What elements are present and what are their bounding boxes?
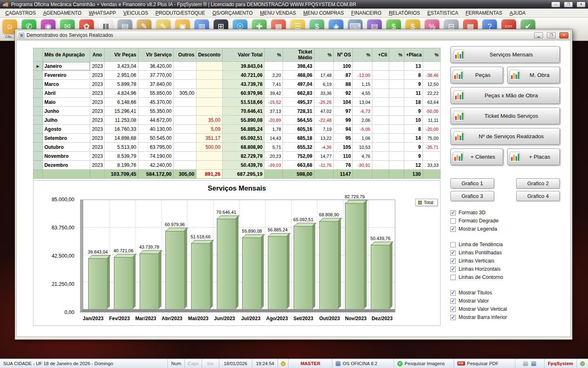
- table-row[interactable]: Marco20235.899,7837.840,0043.739,787,414…: [33, 80, 441, 89]
- menu-item[interactable]: ESTATISTICA: [424, 9, 462, 17]
- column-header[interactable]: Vlr Peças: [105, 48, 138, 62]
- column-header[interactable]: +Cli: [372, 48, 389, 62]
- column-header[interactable]: Mês de Apuração: [42, 48, 90, 62]
- menu-item[interactable]: WHATSAPP: [85, 9, 120, 17]
- table-cell: 44.672,00: [138, 116, 174, 125]
- status-end-indicator: [577, 359, 588, 368]
- table-cell: -35,71: [423, 143, 440, 152]
- checkbox-box: ✓: [450, 267, 456, 272]
- column-header[interactable]: %: [353, 48, 372, 62]
- grafico-3-button[interactable]: Grafico 3: [450, 191, 494, 201]
- checkbox-formato-degrade[interactable]: Formato Degrade: [450, 217, 560, 225]
- column-header[interactable]: Desconto: [196, 48, 222, 62]
- grafico-1-button[interactable]: Grafico 1: [450, 178, 494, 188]
- mdi-restore-button[interactable]: ❐: [547, 32, 556, 38]
- pecas-x-mao-de-obra-button[interactable]: Peças x Mão de Obra: [450, 87, 560, 104]
- table-row[interactable]: Fevereiro20232.951,0637.770,0040.721,062…: [33, 71, 441, 80]
- menu-item[interactable]: MENU VENDAS: [256, 9, 300, 17]
- table-row[interactable]: Setembro202314.898,6850.545,00351,1765.0…: [33, 134, 441, 143]
- menu-item[interactable]: FINANCEIRO: [347, 9, 385, 17]
- table-cell: -20,89: [264, 116, 283, 125]
- close-button[interactable]: ✕: [577, 2, 586, 7]
- checkbox-mostrar-valor[interactable]: ✓Mostrar Valor: [450, 297, 560, 305]
- chart-bar: 39.843,04: [88, 258, 107, 309]
- column-header[interactable]: Valor Total: [222, 48, 264, 62]
- column-header[interactable]: %: [314, 48, 333, 62]
- monitor-icon[interactable]: [531, 361, 536, 366]
- checkbox-formato-3d[interactable]: ✓Formato 3D: [450, 209, 560, 217]
- search-images-button[interactable]: ✆ Pesquisar Imagens: [394, 359, 454, 368]
- grafico-4-button[interactable]: Grafico 4: [516, 191, 560, 201]
- menu-item[interactable]: PRODUTO/ESTOQUE: [152, 9, 209, 17]
- mdi-titlebar[interactable]: ▦ Demonstrativo dos Serviços Realizados …: [16, 31, 571, 40]
- column-header[interactable]: Nº OS: [334, 48, 353, 62]
- checkbox-label: Formato Degrade: [459, 218, 499, 224]
- menu-item[interactable]: RELATÓRIOS: [385, 9, 423, 17]
- minimize-button[interactable]: —: [551, 2, 560, 7]
- pecas-button[interactable]: Peças: [450, 67, 503, 83]
- checkbox-mostrar-barra-inferior[interactable]: ✓Mostrar Barra Inferior: [450, 313, 560, 321]
- table-row[interactable]: Junho202315.296,4155.350,0070.646,4137,1…: [33, 107, 441, 116]
- table-cell: 2023: [90, 80, 105, 89]
- table-cell: [196, 152, 222, 161]
- checkbox-linhas-de-contorno[interactable]: Linhas de Contorno: [450, 273, 560, 281]
- table-cell: 39.843,04: [222, 62, 264, 71]
- grafico-2-button[interactable]: Grafico 2: [516, 178, 560, 188]
- column-header[interactable]: +Placa: [404, 48, 423, 62]
- table-row[interactable]: Outubro20235.513,9063.795,00500,0068.808…: [33, 143, 441, 152]
- menu-item[interactable]: AJUDA: [506, 9, 529, 17]
- menu-item[interactable]: FERRAMENTAS: [462, 9, 506, 17]
- table-cell: -39,03: [264, 161, 283, 170]
- maximize-button[interactable]: ❐: [564, 2, 573, 7]
- mdi-close-button[interactable]: ✕: [559, 32, 568, 38]
- table-cell: [196, 98, 222, 107]
- checkbox-mostrar-titulos[interactable]: ✓Mostrar Titulos: [450, 289, 560, 297]
- checkbox-mostrar-legenda[interactable]: ✓Mostrar Legenda: [450, 225, 560, 233]
- table-cell: [372, 143, 389, 152]
- menu-item[interactable]: MENU COMPRAS: [300, 9, 347, 17]
- printer-icon[interactable]: [523, 361, 528, 366]
- checkbox-linha-de-tend-ncia[interactable]: Linha de Tendência: [450, 240, 560, 249]
- table-cell: 60.979,96: [222, 89, 264, 98]
- column-header[interactable]: %: [264, 48, 283, 62]
- table-cell: 18: [404, 98, 423, 107]
- table-row[interactable]: Abril20234.824,9655.850,00305,0060.979,9…: [33, 89, 441, 98]
- mais-placas-button[interactable]: + Placas: [507, 148, 560, 165]
- table-row[interactable]: Dezembro20238.199,7642.240,0050.439,76-3…: [33, 161, 441, 170]
- table-cell: 76: [334, 161, 353, 170]
- table-cell: [174, 125, 196, 134]
- checkbox-linhas-verticais[interactable]: ✓Linhas Verticais: [450, 257, 560, 265]
- column-header[interactable]: %: [423, 48, 440, 62]
- table-row[interactable]: Julho202311.253,0844.672,0035,0055.890,0…: [33, 116, 441, 125]
- menu-item[interactable]: AGENDAMENTO: [40, 9, 85, 17]
- column-header[interactable]: %: [389, 48, 404, 62]
- search-pdf-button[interactable]: PDF Pesquisar PDF: [454, 359, 516, 368]
- table-cell: 9: [404, 143, 423, 152]
- table-cell: 2,20: [264, 71, 283, 80]
- menu-item[interactable]: CADASTROS: [2, 9, 40, 17]
- mao-de-obra-button[interactable]: M. Obra: [507, 67, 560, 83]
- table-cell: 12,50: [423, 80, 440, 89]
- menu-item[interactable]: OS/ORÇAMENTO: [209, 9, 256, 17]
- x-tick-label: Fev/2023: [106, 316, 132, 321]
- table-cell: 5,71: [264, 143, 283, 152]
- column-header[interactable]: Vlr Serviço: [138, 48, 174, 62]
- column-header[interactable]: Outros: [174, 48, 196, 62]
- table-row[interactable]: Agosto202316.760,3340.130,005,0956.885,2…: [33, 125, 441, 134]
- column-header[interactable]: Ticket Médio: [283, 48, 314, 62]
- mdi-minimize-button[interactable]: ▁: [534, 32, 543, 38]
- menu-item[interactable]: VEICULOS: [120, 9, 152, 17]
- table-row[interactable]: ▶Janeiro20233.423,0436.420,0039.843,0439…: [33, 62, 441, 71]
- column-header[interactable]: Ano: [90, 48, 105, 62]
- checkbox-mostrar-valor-vertical[interactable]: ✓Mostrar Valor Vertical: [450, 305, 560, 313]
- mais-clientes-button[interactable]: + Clientes: [450, 148, 503, 165]
- ticket-medio-servicos-button[interactable]: Ticket Médio Serviços: [450, 108, 560, 124]
- checkbox-linhas-horizontais[interactable]: ✓Linhas Horizontais: [450, 265, 560, 273]
- table-cell: 50.545,00: [138, 134, 174, 143]
- table-row[interactable]: Maio20236.148,6645.370,0051.518,66-15,52…: [33, 98, 441, 107]
- num-servicos-realizados-button[interactable]: Nº de Serviços Realizados: [450, 128, 560, 145]
- table-row[interactable]: Novembro20238.539,7974.190,0082.729,7920…: [33, 152, 441, 161]
- servicos-mensais-button[interactable]: Serviços Mensais: [450, 46, 560, 63]
- table-cell: [389, 71, 404, 80]
- checkbox-linhas-pontilhadas[interactable]: ✓Linhas Pontilhadas: [450, 249, 560, 257]
